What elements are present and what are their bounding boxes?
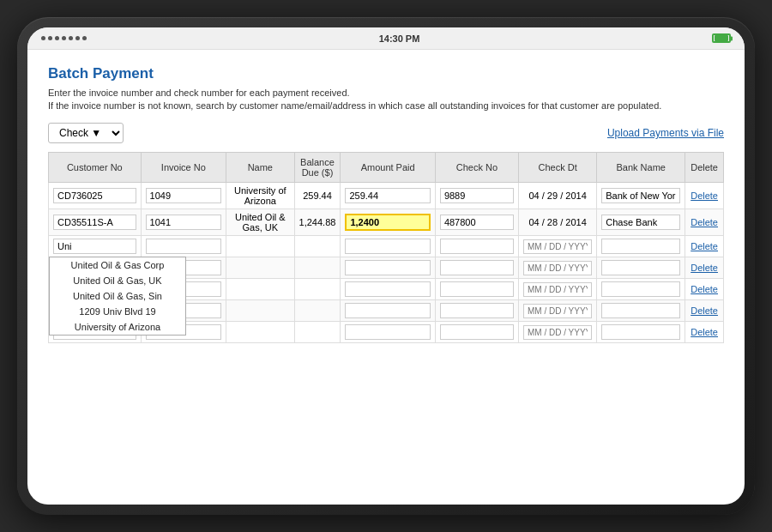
signal-dots: [41, 36, 87, 40]
cell-customer-no-3: United Oil & Gas Corp United Oil & Gas, …: [49, 236, 142, 257]
invoice-no-input-1[interactable]: [146, 188, 221, 203]
check-dt-input-7[interactable]: [523, 325, 592, 340]
dot-3: [55, 36, 59, 40]
autocomplete-item-4[interactable]: 1209 Univ Blvd 19: [50, 304, 185, 319]
cell-dt-5: [519, 279, 597, 300]
autocomplete-item-2[interactable]: United Oil & Gas, UK: [50, 273, 185, 288]
page-description-2: If the invoice number is not known, sear…: [48, 100, 724, 111]
battery-indicator: [712, 33, 731, 43]
battery-icon: [712, 33, 731, 43]
amount-paid-input-1[interactable]: [345, 188, 430, 203]
table-row: United Oil & Gas, UK 1,244.88 04 / 28 / …: [49, 209, 724, 236]
tablet-frame: 14:30 PM Batch Payment Enter the invoice…: [17, 17, 755, 515]
tablet-screen: 14:30 PM Batch Payment Enter the invoice…: [27, 27, 745, 505]
check-no-input-7[interactable]: [440, 324, 514, 340]
delete-button-3[interactable]: Delete: [691, 241, 718, 251]
dot-4: [62, 36, 66, 40]
check-dt-input-4[interactable]: [523, 261, 592, 275]
customer-no-input-1[interactable]: [53, 188, 136, 203]
payment-table: Customer No Invoice No Name BalanceDue (…: [48, 152, 724, 343]
check-dt-input-3[interactable]: [523, 239, 592, 254]
cell-amt-4: [341, 257, 435, 279]
page-description-1: Enter the invoice number and check numbe…: [48, 88, 724, 98]
cell-balance-3: [294, 236, 341, 257]
cell-del-6: Delete: [685, 300, 724, 322]
toolbar: Check ▼ Upload Payments via File: [48, 123, 724, 143]
delete-button-5[interactable]: Delete: [691, 284, 718, 294]
bank-name-input-5[interactable]: [601, 281, 680, 297]
cell-delete: Delete: [685, 183, 724, 209]
cell-check-dt-3: [519, 236, 597, 257]
autocomplete-item-1[interactable]: United Oil & Gas Corp: [50, 257, 185, 273]
check-no-input-3[interactable]: [440, 239, 514, 254]
dot-7: [82, 36, 87, 40]
delete-button-6[interactable]: Delete: [691, 305, 718, 316]
check-no-input-5[interactable]: [440, 281, 514, 297]
check-no-input-1[interactable]: [440, 188, 514, 203]
cell-invoice-no: [141, 183, 226, 209]
cell-bal-4: [294, 257, 341, 279]
delete-button-7[interactable]: Delete: [691, 327, 718, 337]
table-row: University of Arizona 259.44 04 / 29 / 2…: [49, 183, 724, 209]
cell-amount-paid-2: [341, 209, 435, 236]
cell-bank-4: [597, 257, 685, 279]
check-dt-text-2: 04 / 28 / 2014: [528, 217, 586, 227]
bank-name-input-7[interactable]: [601, 324, 680, 340]
autocomplete-item-5[interactable]: University of Arizona: [50, 319, 185, 335]
upload-link[interactable]: Upload Payments via File: [607, 127, 724, 139]
cell-amount-paid: [341, 183, 435, 209]
page-title: Batch Payment: [48, 65, 724, 82]
autocomplete-item-3[interactable]: United Oil & Gas, Sin: [50, 288, 185, 304]
amount-paid-input-6[interactable]: [345, 303, 430, 318]
cell-del-5: Delete: [685, 279, 724, 300]
amount-paid-input-5[interactable]: [345, 281, 430, 297]
check-dt-input-6[interactable]: [523, 304, 592, 318]
col-balance: BalanceDue ($): [294, 153, 341, 183]
invoice-no-input-3[interactable]: [146, 239, 221, 254]
status-bar: 14:30 PM: [27, 27, 745, 50]
cell-invoice-no-2: [141, 209, 226, 236]
amount-paid-input-2-active[interactable]: [345, 214, 430, 231]
check-no-input-4[interactable]: [440, 260, 514, 275]
cell-amt-7: [341, 322, 435, 343]
cell-bank-6: [597, 300, 685, 322]
check-no-input-2[interactable]: [440, 215, 514, 230]
cell-balance-2: 1,244.88: [294, 209, 341, 236]
cell-amt-6: [341, 300, 435, 322]
cell-check-no: [435, 183, 518, 209]
cell-delete-2: Delete: [685, 209, 724, 236]
cell-name-6: [226, 300, 294, 322]
delete-button-4[interactable]: Delete: [691, 263, 718, 273]
customer-no-input-3[interactable]: [53, 239, 136, 254]
bank-name-input-1[interactable]: [601, 188, 680, 203]
table-row-autocomplete: United Oil & Gas Corp United Oil & Gas, …: [49, 236, 724, 257]
col-customer-no: Customer No: [49, 153, 142, 183]
cell-bank-name-2: [597, 209, 685, 236]
amount-paid-input-7[interactable]: [345, 324, 430, 340]
bank-name-input-6[interactable]: [601, 303, 680, 318]
check-no-input-6[interactable]: [440, 303, 514, 318]
bank-name-input-2[interactable]: [601, 215, 680, 230]
bank-name-input-4[interactable]: [601, 260, 680, 275]
col-name: Name: [226, 153, 294, 183]
amount-paid-input-4[interactable]: [345, 260, 430, 275]
cell-name-4: [226, 257, 294, 279]
delete-button-2[interactable]: Delete: [691, 217, 718, 227]
cell-invoice-no-3: [141, 236, 226, 257]
amount-paid-input-3[interactable]: [345, 239, 430, 254]
battery-tip: [730, 36, 733, 40]
autocomplete-dropdown: United Oil & Gas Corp United Oil & Gas, …: [49, 257, 186, 336]
col-invoice-no: Invoice No: [141, 153, 226, 183]
payment-type-dropdown[interactable]: Check ▼: [48, 123, 124, 143]
bank-name-input-3[interactable]: [601, 239, 680, 254]
check-dt-input-5[interactable]: [523, 282, 592, 297]
invoice-no-input-2[interactable]: [146, 215, 221, 230]
cell-check-no-3: [435, 236, 518, 257]
table-header-row: Customer No Invoice No Name BalanceDue (…: [49, 153, 724, 183]
cell-del-7: Delete: [685, 322, 724, 343]
delete-button-1[interactable]: Delete: [691, 190, 718, 201]
col-bank-name: Bank Name: [597, 153, 685, 183]
cell-chk-7: [435, 322, 518, 343]
customer-no-input-2[interactable]: [53, 215, 136, 230]
cell-dt-4: [519, 257, 597, 279]
